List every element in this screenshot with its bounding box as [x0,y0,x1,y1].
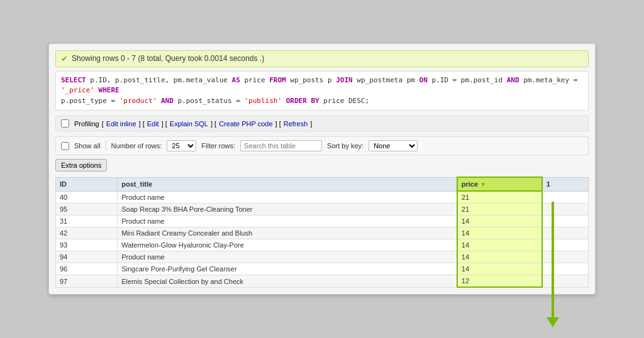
profiling-bar: Profiling [ Edit inline ] [ Edit ] [ Exp… [55,116,589,131]
table-row: 96Singcare Pore-Purifying Gel Cleanser14 [56,263,589,275]
profiling-label: Profiling [74,120,99,128]
sort-label: Sort by key: [327,142,364,150]
cell-id: 42 [56,227,118,239]
info-message: Showing rows 0 - 7 (8 total, Query took … [72,54,264,63]
divider [106,141,106,151]
create-php-link[interactable]: Create PHP code [219,120,272,128]
cell-post-title: Soap Recap 3% BHA Pore-Cleaning Toner [118,204,457,215]
cell-post-title: Product name [118,215,457,227]
extra-options-button[interactable]: Extra options [55,159,107,172]
th-id[interactable]: ID [56,177,118,191]
cell-num [542,263,589,275]
table-body: 40Product name2195Soap Recap 3% BHA Pore… [56,191,589,287]
show-all-label: Show all [74,142,101,150]
cell-price: 14 [457,239,542,251]
cell-num [542,227,589,239]
cell-id: 31 [56,215,118,227]
filter-input[interactable] [240,140,322,151]
refresh-link[interactable]: Refresh [284,120,308,128]
check-icon: ✔ [61,54,68,63]
cell-price: 14 [457,263,542,275]
cell-price: 21 [457,191,542,204]
table-row: 97Elemis Special Collection by and Check… [56,275,589,288]
info-bar: ✔ Showing rows 0 - 7 (8 total, Query too… [55,50,589,67]
cell-id: 96 [56,263,118,275]
cell-post-title: Elemis Special Collection by and Check [118,275,457,288]
cell-post-title: Product name [118,251,457,263]
cell-id: 95 [56,204,118,215]
table-row: 42Mini Radiant Creamy Concealer and Blus… [56,227,589,239]
sql-line2: p.post_type = 'product' AND p.post_statu… [61,97,369,105]
cell-num [542,275,589,288]
cell-id: 93 [56,239,118,251]
cell-id: 97 [56,275,118,288]
th-price[interactable]: price ▼ [457,177,542,191]
cell-num [542,204,589,215]
edit-link[interactable]: Edit [147,120,159,128]
cell-price: 21 [457,204,542,215]
cell-id: 40 [56,191,118,204]
cell-price: 14 [457,251,542,263]
cell-num [542,239,589,251]
cell-price: 14 [457,215,542,227]
filter-label: Filter rows: [201,142,235,150]
cell-price: 12 [457,275,542,288]
table-row: 31Product name14 [56,215,589,227]
sort-select[interactable]: None PRIMARY price [369,140,418,151]
show-all-checkbox[interactable] [61,142,69,150]
cell-post-title: Watermelon-Glow Hyaluronic Clay-Pore [118,239,457,251]
sql-box: SELECT p.ID, p.post_title, pm.meta_value… [55,71,589,111]
cell-num [542,191,589,204]
sql-line1: SELECT p.ID, p.post_title, pm.meta_value… [61,76,577,95]
rows-label: Number of rows: [111,142,162,150]
th-num[interactable]: 1 [542,177,589,191]
bracket-open: [ [102,120,104,128]
cell-post-title: Singcare Pore-Purifying Gel Cleanser [118,263,457,275]
cell-post-title: Mini Radiant Creamy Concealer and Blush [118,227,457,239]
table-wrapper: ID post_title price ▼ 1 40Product name21… [55,177,589,288]
main-panel: ✔ Showing rows 0 - 7 (8 total, Query too… [48,43,596,295]
table-row: 40Product name21 [56,191,589,204]
sort-arrow-icon: ▼ [480,181,486,188]
edit-inline-link[interactable]: Edit inline [106,120,136,128]
cell-post-title: Product name [118,191,457,204]
cell-num [542,251,589,263]
data-table: ID post_title price ▼ 1 40Product name21… [55,177,589,288]
cell-num [542,215,589,227]
rows-select[interactable]: 25 50 100 [167,140,196,151]
table-row: 95Soap Recap 3% BHA Pore-Cleaning Toner2… [56,204,589,215]
cell-price: 14 [457,227,542,239]
profiling-checkbox[interactable] [61,119,69,128]
th-post-title[interactable]: post_title [118,177,457,191]
toolbar: Show all Number of rows: 25 50 100 Filte… [55,136,589,155]
table-header-row: ID post_title price ▼ 1 [56,177,589,191]
table-row: 93Watermelon-Glow Hyaluronic Clay-Pore14 [56,239,589,251]
explain-sql-link[interactable]: Explain SQL [170,120,208,128]
cell-id: 94 [56,251,118,263]
arrow-head [547,317,559,327]
table-row: 94Product name14 [56,251,589,263]
